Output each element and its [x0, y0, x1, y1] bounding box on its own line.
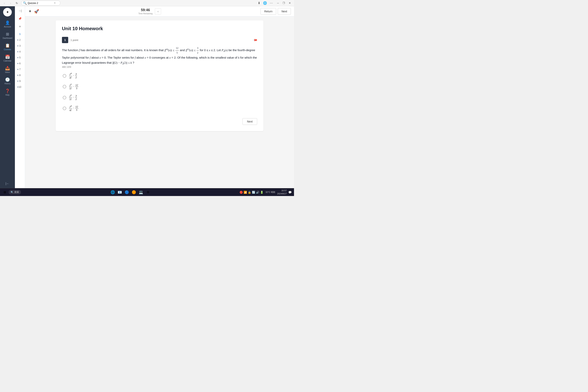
globe-icon[interactable]: 🌐 [262, 1, 268, 5]
taskbar-camera[interactable]: 💻 [138, 189, 144, 195]
question-nav-item-6[interactable]: 6 [17, 61, 23, 66]
question-nav-item-7[interactable]: 7 [17, 67, 23, 72]
close-button[interactable]: ✕ [287, 1, 292, 6]
courses-icon: 📋 [5, 43, 10, 48]
titlebar-search-bar[interactable]: 🔍 ✕ [21, 0, 60, 6]
answer-radio-a[interactable] [63, 74, 66, 78]
help-icon: ❓ [5, 88, 10, 93]
settings-icon: ⚙ [146, 190, 149, 194]
answer-option-c[interactable]: 25 5! · 3 2 [63, 93, 257, 102]
tray-sync-icon[interactable]: 🔄 [252, 191, 255, 194]
account-icon: 👤 [5, 20, 10, 25]
question-number-badge: 1 [62, 37, 68, 43]
nav-pin-button[interactable]: 📌 [16, 16, 24, 22]
taskbar-time[interactable]: 16:57 2024/8/27 [277, 189, 287, 195]
sidebar: ✦ 👤 Account ⊞ Dashboard 📋 Courses 📅 Cale… [0, 6, 15, 188]
nav-toggle-button[interactable]: →| [16, 8, 24, 14]
return-button[interactable]: Return [260, 8, 276, 15]
next-button-top[interactable]: Next [278, 8, 291, 15]
taskbar-search[interactable]: 🔍 搜索 [8, 190, 21, 194]
titlebar: ‹ › ↻ 🔍 ✕ ⬇ 🌐 ⋯ ─ ❐ ✕ [0, 0, 294, 6]
edge-icon: 📧 [118, 190, 122, 194]
tray-wifi-icon[interactable]: 📶 [244, 191, 247, 194]
answer-label-c: 25 5! · 3 2 [68, 94, 78, 101]
taskbar-edge2[interactable]: 🔵 [124, 189, 130, 195]
logo-icon: ✦ [6, 10, 9, 14]
sidebar-collapse-button[interactable]: |← [3, 181, 12, 186]
answer-option-d[interactable]: 24 4! · 12 5 [63, 104, 257, 112]
question-pin-icon[interactable]: 📌 [252, 37, 258, 43]
question-header: 1 1 point 📌 [62, 37, 257, 43]
dashboard-icon: ⊞ [6, 32, 9, 36]
taskbar-edge[interactable]: 📧 [116, 189, 123, 195]
taskbar-settings[interactable]: ⚙ [145, 189, 151, 195]
answer-radio-c[interactable] [63, 96, 66, 99]
question-nav-item-4[interactable]: 4 [17, 49, 23, 54]
question-nav-item-10[interactable]: 10 [17, 84, 23, 90]
start-icon: ⊞ [4, 190, 6, 194]
question-code: 4BC109 [62, 66, 257, 68]
download-icon[interactable]: ⬇ [257, 1, 261, 5]
sidebar-item-account[interactable]: 👤 Account [1, 19, 14, 30]
answer-label-d: 24 4! · 12 5 [68, 105, 79, 112]
question-nav-item-1[interactable]: 1 [17, 31, 23, 37]
more-options-icon[interactable]: ⋯ [269, 1, 274, 5]
question-nav-item-5[interactable]: 5 [17, 55, 23, 60]
edge2-icon: 🔵 [125, 190, 129, 194]
question-nav-item-8[interactable]: 8 [17, 72, 23, 78]
quiz-title: Unit 10 Homework [62, 26, 257, 31]
timer-collapse-button[interactable]: ‹ [155, 8, 161, 14]
toolbar-rocket-icon[interactable]: 🚀 [34, 9, 39, 14]
sidebar-item-inbox[interactable]: 📥 Inbox [1, 64, 14, 75]
timer-section: 59:46 Time Remaining [138, 8, 152, 15]
nav-dot-8 [17, 75, 18, 76]
top-toolbar: ✦ 🚀 59:46 Time Remaining ‹ Return Next [25, 6, 294, 16]
nav-dot-3 [17, 45, 18, 46]
camera-icon: 💻 [139, 190, 143, 194]
sidebar-item-courses[interactable]: 📋 Courses [1, 42, 14, 52]
minimize-button[interactable]: ─ [275, 1, 281, 6]
toolbar-logo-icon[interactable]: ✦ [28, 9, 32, 14]
sidebar-logo[interactable]: ✦ [3, 8, 12, 16]
question-nav-panel: →| 📌 ≡ 1 2 3 4 5 6 7 [15, 6, 25, 188]
tray-shield-icon[interactable]: 🔒 [248, 191, 251, 194]
question-nav-item-9[interactable]: 9 [17, 78, 23, 84]
sidebar-item-dashboard[interactable]: ⊞ Dashboard [1, 30, 14, 41]
back-button[interactable]: ‹ [2, 1, 7, 6]
history-icon: 🕐 [5, 77, 10, 82]
tray-red-icon: 🔴 [240, 191, 243, 194]
nav-dot-2 [17, 40, 18, 40]
answer-radio-b[interactable] [63, 85, 66, 88]
app-body: ✦ 👤 Account ⊞ Dashboard 📋 Courses 📅 Cale… [0, 6, 294, 188]
answer-label-a: 24 4! · 3 2 [68, 72, 78, 79]
refresh-button[interactable]: ↻ [14, 1, 20, 6]
sidebar-item-calendar[interactable]: 📅 Calendar [1, 53, 14, 64]
forward-button[interactable]: › [8, 1, 13, 6]
taskbar-notification-icon[interactable]: 💬 [288, 190, 292, 194]
question-nav-item-2[interactable]: 2 [17, 37, 23, 43]
question-nav-item-3[interactable]: 3 [17, 43, 23, 48]
sidebar-item-help[interactable]: ❓ Help [1, 87, 14, 98]
maximize-button[interactable]: ❐ [281, 1, 286, 6]
sidebar-item-history[interactable]: 🕐 History [1, 76, 14, 86]
window-controls: ─ ❐ ✕ [275, 1, 292, 6]
answer-option-b[interactable]: 25 5! · 12 5 [63, 82, 257, 91]
titlebar-close-tab-icon[interactable]: ✕ [54, 2, 56, 4]
titlebar-nav: ‹ › ↻ [2, 1, 20, 6]
chrome-icon: 🌐 [110, 190, 115, 194]
tray-volume-icon[interactable]: 🔊 [256, 191, 259, 194]
question-text: The function f has derivatives of all or… [62, 46, 257, 66]
tray-battery-icon[interactable]: 🔋 [260, 191, 264, 194]
taskbar-search-icon: 🔍 [10, 191, 14, 194]
answer-radio-d[interactable] [63, 106, 66, 110]
nav-list-button[interactable]: ≡ [16, 24, 24, 30]
titlebar-search-input[interactable] [28, 2, 53, 4]
taskbar-wechat[interactable]: 🟠 [131, 189, 137, 195]
main-content: ✦ 🚀 59:46 Time Remaining ‹ Return Next U… [25, 6, 294, 188]
answer-option-a[interactable]: 24 4! · 3 2 [63, 72, 257, 80]
sidebar-bottom: |← [3, 181, 12, 186]
taskbar-chrome[interactable]: 🌐 [110, 189, 116, 195]
start-button[interactable]: ⊞ [2, 189, 8, 195]
nav-dot-9 [17, 80, 18, 82]
next-button-bottom[interactable]: Next [242, 118, 257, 125]
